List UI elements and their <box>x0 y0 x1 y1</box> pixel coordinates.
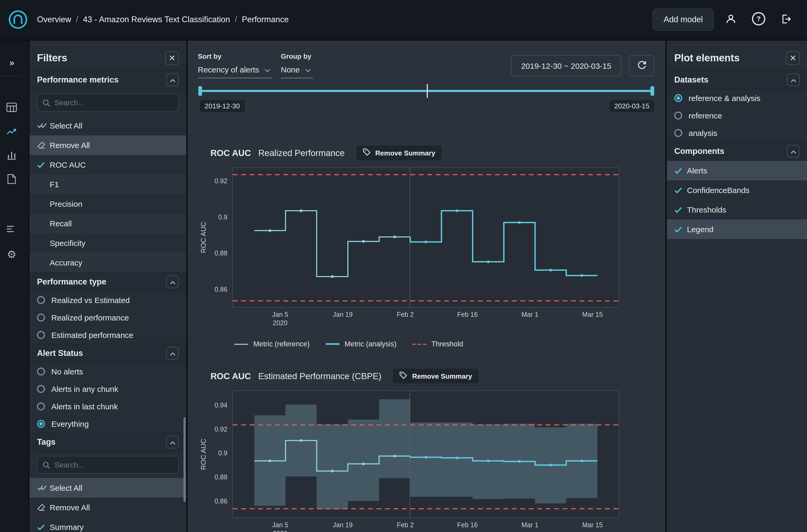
metric-item-accuracy[interactable]: Accuracy <box>30 253 186 272</box>
components-list: AlertsConfidenceBandsThresholdsLegend <box>667 161 807 239</box>
alert-status-alerts-in-any-chunk[interactable]: Alerts in any chunk <box>30 380 186 398</box>
section-performance-metrics: Performance metrics <box>30 70 186 89</box>
remove-all-icon <box>37 504 50 511</box>
slider-end-label: 2020-03-15 <box>610 100 654 112</box>
check-icon <box>37 162 50 168</box>
performance-type-realized-vs-estimated[interactable]: Realized vs Estimated <box>30 291 186 309</box>
metric-item-recall[interactable]: Recall <box>30 214 186 233</box>
select-all-icon <box>37 122 50 129</box>
plot-elements-title: Plot elements <box>674 52 739 64</box>
alert-status-no-alerts[interactable]: No alerts <box>30 363 186 380</box>
svg-text:0.9: 0.9 <box>218 449 227 457</box>
performance-type-estimated-performance[interactable]: Estimated performance <box>30 326 186 344</box>
date-range-slider <box>198 83 654 99</box>
close-icon <box>790 54 795 62</box>
slider-current-marker <box>427 84 428 98</box>
metrics-search-input[interactable] <box>37 94 179 112</box>
radio-icon <box>37 367 45 376</box>
radio-icon <box>37 402 45 411</box>
sort-by-select[interactable]: Recency of alerts <box>198 63 272 78</box>
breadcrumb-item-overview[interactable]: Overview <box>37 15 71 24</box>
section-performance-type: Performance type <box>30 272 186 291</box>
metric-item-select-all[interactable]: Select All <box>30 116 186 135</box>
breadcrumb-item-43-amazon-reviews-text-classification[interactable]: 43 - Amazon Reviews Text Classification <box>83 15 230 24</box>
roc-auc-realized-chart[interactable]: 0.920.90.880.86ROC AUCJan 52020Jan 19Feb… <box>198 164 621 334</box>
alert-status-everything[interactable]: Everything <box>30 415 186 433</box>
item-label: Summary <box>50 522 83 531</box>
dataset-reference[interactable]: reference <box>667 107 807 124</box>
collapse-performance-type-button[interactable] <box>166 276 179 288</box>
svg-text:0.88: 0.88 <box>214 473 227 481</box>
sidebar-scrollbar[interactable] <box>184 417 186 502</box>
settings-gear-icon[interactable]: ⚙ <box>0 249 23 260</box>
component-alerts[interactable]: Alerts <box>667 161 807 180</box>
collapse-performance-metrics-button[interactable] <box>166 74 179 86</box>
roc-auc-estimated-chart[interactable]: 0.940.920.90.880.86ROC AUCJan 52020Jan 1… <box>198 386 621 532</box>
alert-status-alerts-in-last-chunk[interactable]: Alerts in last chunk <box>30 398 186 415</box>
tag-item-remove-all[interactable]: Remove All <box>30 498 186 517</box>
metric-item-f1[interactable]: F1 <box>30 174 186 194</box>
tags-search-input[interactable] <box>37 456 179 474</box>
item-label: Select All <box>50 121 82 130</box>
collapse-tags-button[interactable] <box>166 436 179 449</box>
filters-panel: Filters Performance metrics Select AllRe… <box>30 41 186 532</box>
slider-track[interactable] <box>198 90 654 92</box>
legend-item-metric-analysis: Metric (analysis) <box>326 340 397 348</box>
bar-chart-icon[interactable] <box>0 150 23 160</box>
slider-handle-end[interactable] <box>651 86 654 96</box>
report-doc-icon[interactable] <box>0 174 23 184</box>
component-legend[interactable]: Legend <box>667 220 807 239</box>
top-header: Overview/43 - Amazon Reviews Text Classi… <box>0 0 807 39</box>
check-icon <box>674 187 687 193</box>
performance-trend-icon[interactable] <box>0 127 23 136</box>
date-range-button[interactable]: 2019-12-30 ~ 2020-03-15 <box>511 55 621 76</box>
refresh-button[interactable] <box>629 55 654 76</box>
component-confidencebands[interactable]: ConfidenceBands <box>667 180 807 200</box>
models-table-icon[interactable] <box>0 102 23 112</box>
item-label: Legend <box>687 225 713 234</box>
svg-text:0.88: 0.88 <box>214 249 227 257</box>
close-filters-button[interactable] <box>165 51 179 65</box>
chart-1-title-row: ROC AUC Realized Performance Remove Summ… <box>210 146 442 160</box>
svg-text:Feb 16: Feb 16 <box>457 311 478 318</box>
performance-type-realized-performance[interactable]: Realized performance <box>30 309 186 326</box>
tag-icon <box>363 148 370 157</box>
collapse-alert-status-button[interactable] <box>166 347 179 360</box>
section-components: Components <box>667 142 807 161</box>
radio-label: Alerts in any chunk <box>51 384 118 394</box>
component-thresholds[interactable]: Thresholds <box>667 200 807 220</box>
sidebar-expand-icon[interactable]: » <box>0 58 23 68</box>
tag-item-select-all[interactable]: Select All <box>30 478 186 498</box>
svg-text:Mar 1: Mar 1 <box>521 311 538 318</box>
plot-elements-panel: Plot elements Datasets reference & analy… <box>667 41 807 532</box>
chevron-up-icon <box>170 438 175 446</box>
close-plot-elements-button[interactable] <box>786 51 800 65</box>
user-icon-button[interactable] <box>720 9 742 30</box>
add-model-button[interactable]: Add model <box>653 8 714 31</box>
section-title: Datasets <box>674 75 708 84</box>
chart-2-remove-summary-button[interactable]: Remove Summary <box>393 368 479 383</box>
collapse-datasets-button[interactable] <box>787 74 800 86</box>
chart-1-remove-summary-button[interactable]: Remove Summary <box>356 146 442 160</box>
metric-item-precision[interactable]: Precision <box>30 194 186 214</box>
logout-icon-button[interactable] <box>775 9 796 30</box>
group-by-select[interactable]: None <box>281 63 313 78</box>
metric-item-roc-auc[interactable]: ROC AUC <box>30 155 186 174</box>
section-title: Components <box>674 147 724 156</box>
collapse-components-button[interactable] <box>787 145 800 157</box>
dataset-reference-analysis[interactable]: reference & analysis <box>667 89 807 107</box>
slider-handle-start[interactable] <box>198 86 202 96</box>
tag-item-summary[interactable]: Summary <box>30 517 186 532</box>
radio-label: Everything <box>51 419 89 429</box>
datasets-options: reference & analysisreferenceanalysis <box>667 89 807 142</box>
item-label: Precision <box>50 200 82 208</box>
metric-item-remove-all[interactable]: Remove All <box>30 135 186 155</box>
section-title: Tags <box>37 437 56 447</box>
help-icon-button[interactable]: ? <box>748 9 769 30</box>
app-logo-icon[interactable] <box>7 9 28 30</box>
chevron-up-icon <box>170 349 175 357</box>
logs-list-icon[interactable] <box>0 225 23 233</box>
dataset-analysis[interactable]: analysis <box>667 124 807 142</box>
metric-item-specificity[interactable]: Specificity <box>30 233 186 253</box>
svg-text:2020: 2020 <box>273 530 288 532</box>
